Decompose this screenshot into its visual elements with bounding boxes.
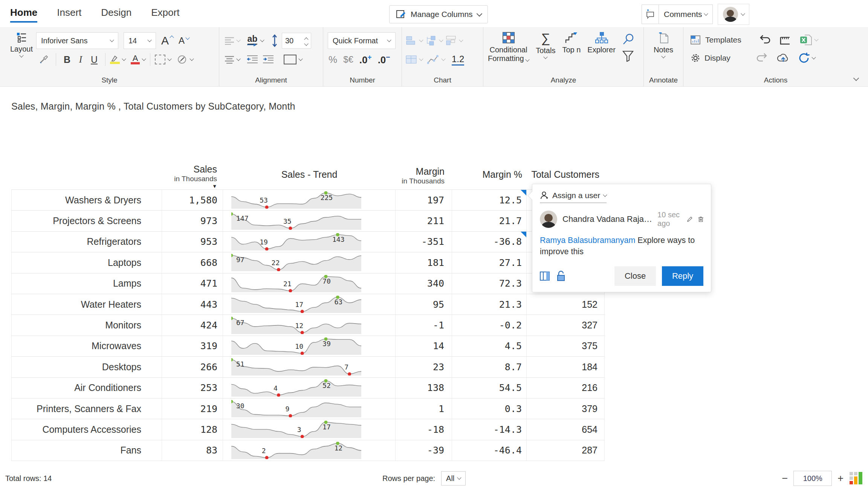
refresh-button[interactable]: [798, 52, 815, 64]
subcategory-cell[interactable]: Laptops: [11, 252, 162, 273]
format-painter-button[interactable]: [36, 55, 51, 64]
margin-cell[interactable]: -18: [396, 419, 452, 440]
redo-icon[interactable]: [756, 53, 768, 63]
sales-cell[interactable]: 973: [162, 211, 223, 231]
lock-icon[interactable]: [556, 270, 566, 282]
decrease-font-button[interactable]: A: [179, 35, 189, 46]
font-color-button[interactable]: A: [131, 55, 145, 64]
margin-pct-cell[interactable]: 27.1: [452, 252, 527, 273]
zoom-level[interactable]: 100%: [793, 471, 832, 486]
sales-cell[interactable]: 266: [162, 357, 223, 377]
subcategory-cell[interactable]: Washers & Dryers: [11, 190, 162, 210]
conditional-formatting-button[interactable]: ConditionalFormatting: [488, 32, 529, 63]
subcategory-cell[interactable]: Printers, Scanners & Fax: [11, 398, 162, 419]
sales-cell[interactable]: 319: [162, 336, 223, 356]
trend-cell[interactable]: 17 3: [223, 419, 396, 440]
customers-cell[interactable]: 327: [527, 315, 605, 335]
trend-cell[interactable]: 67 12: [223, 315, 396, 335]
mention-link[interactable]: Ramya Balasubramanyam: [540, 236, 635, 245]
trend-cell[interactable]: 70 21: [223, 273, 396, 294]
display-button[interactable]: Display: [690, 53, 730, 63]
sales-cell[interactable]: 443: [162, 294, 223, 314]
report-title[interactable]: Sales, Margin, Margin % , Total Customer…: [11, 101, 295, 112]
margin-cell[interactable]: 211: [396, 211, 452, 231]
reply-button[interactable]: Reply: [662, 266, 703, 286]
sales-cell[interactable]: 953: [162, 232, 223, 252]
sales-cell[interactable]: 253: [162, 378, 223, 398]
margin-pct-cell[interactable]: 8.7: [452, 357, 527, 377]
margin-pct-cell[interactable]: 54.5: [452, 378, 527, 398]
customers-cell[interactable]: 379: [527, 398, 605, 419]
currency-format-button[interactable]: $€: [343, 54, 353, 65]
subcategory-cell[interactable]: Desktops: [11, 357, 162, 377]
layout-chart-button[interactable]: [446, 35, 463, 46]
add-comment-button[interactable]: [642, 5, 659, 24]
customers-cell[interactable]: 216: [527, 378, 605, 398]
margin-cell[interactable]: 14: [396, 336, 452, 356]
templates-button[interactable]: Templates: [690, 35, 741, 45]
notes-button[interactable]: Notes: [644, 32, 683, 58]
manage-columns-button[interactable]: Manage Columns: [389, 5, 488, 23]
margin-cell[interactable]: 1: [396, 398, 452, 419]
vertical-align-button[interactable]: [225, 37, 240, 45]
sales-cell[interactable]: 219: [162, 398, 223, 419]
subcategory-cell[interactable]: Refrigerators: [11, 232, 162, 252]
header-margin-pct[interactable]: Margin %: [452, 169, 527, 189]
increase-font-button[interactable]: A: [161, 34, 173, 47]
margin-cell[interactable]: 138: [396, 378, 452, 398]
column-scope-icon[interactable]: [540, 271, 551, 281]
subcategory-cell[interactable]: Projectors & Screens: [11, 211, 162, 231]
merge-cells-button[interactable]: [284, 55, 302, 64]
margin-cell[interactable]: 181: [396, 252, 452, 273]
comment-indicator[interactable]: [521, 190, 526, 195]
sales-cell[interactable]: 83: [162, 440, 223, 461]
zoom-out-button[interactable]: −: [782, 473, 788, 484]
trend-cell[interactable]: 30 9: [223, 398, 396, 419]
customers-cell[interactable]: 287: [527, 440, 605, 461]
stepper-arrows[interactable]: [305, 37, 308, 45]
row-height-stepper[interactable]: 30: [282, 33, 311, 49]
highlight-color-button[interactable]: [110, 55, 125, 64]
hierarchy-chart-button[interactable]: [426, 35, 443, 46]
decrease-indent-button[interactable]: [247, 55, 258, 64]
margin-pct-cell[interactable]: 12.5: [452, 190, 527, 210]
customers-cell[interactable]: 375: [527, 336, 605, 356]
assign-user-button[interactable]: Assign a user: [540, 191, 607, 203]
margin-pct-cell[interactable]: -0.2: [452, 315, 527, 335]
tab-design[interactable]: Design: [101, 7, 131, 23]
decrease-decimal-button[interactable]: .0−: [378, 53, 390, 66]
margin-pct-cell[interactable]: 21.3: [452, 294, 527, 314]
font-size-select[interactable]: 14: [124, 32, 156, 49]
comment-indicator[interactable]: [521, 232, 526, 237]
undo-icon[interactable]: [759, 35, 771, 45]
margin-cell[interactable]: 23: [396, 357, 452, 377]
layout-button[interactable]: Layout: [7, 32, 36, 68]
header-margin[interactable]: Margin in Thousands: [396, 166, 452, 189]
tab-home[interactable]: Home: [10, 7, 37, 23]
export-excel-button[interactable]: [799, 34, 818, 46]
subcategory-cell[interactable]: Air Conditioners: [11, 378, 162, 398]
subcategory-cell[interactable]: Monitors: [11, 315, 162, 335]
margin-cell[interactable]: -39: [396, 440, 452, 461]
margin-pct-cell[interactable]: -14.3: [452, 419, 527, 440]
sales-cell[interactable]: 471: [162, 273, 223, 294]
sales-cell[interactable]: 1,580: [162, 190, 223, 210]
sales-cell[interactable]: 424: [162, 315, 223, 335]
margin-pct-cell[interactable]: -36.8: [452, 232, 527, 252]
customers-cell[interactable]: 152: [527, 294, 605, 314]
subcategory-cell[interactable]: Fans: [11, 440, 162, 461]
trend-cell[interactable]: 225 53: [223, 190, 396, 210]
rows-per-page-select[interactable]: All: [441, 471, 466, 485]
account-menu-button[interactable]: [718, 4, 749, 25]
top-n-button[interactable]: Top n: [562, 32, 581, 54]
trend-cell[interactable]: 51 7: [223, 357, 396, 377]
subcategory-cell[interactable]: Water Heaters: [11, 294, 162, 314]
cloud-upload-icon[interactable]: [776, 53, 790, 63]
margin-pct-cell[interactable]: 21.7: [452, 211, 527, 231]
sparkline-button[interactable]: [427, 55, 445, 64]
search-icon[interactable]: [622, 33, 634, 45]
customers-cell[interactable]: 184: [527, 357, 605, 377]
wrap-text-button[interactable]: ab: [247, 35, 264, 47]
tab-insert[interactable]: Insert: [57, 7, 81, 23]
trend-cell[interactable]: 12 2: [223, 440, 396, 461]
